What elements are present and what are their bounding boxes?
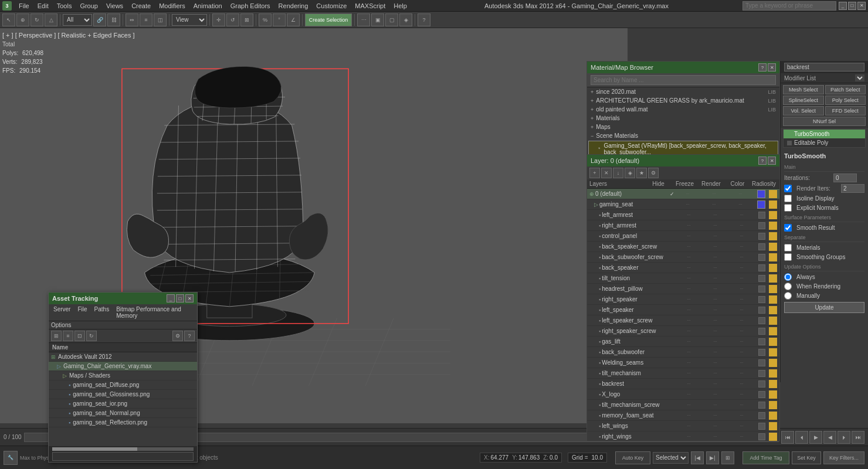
at-row-glossiness[interactable]: ▪ gaming_seat_Glossiness.png — [49, 390, 197, 399]
modifier-turbosmooth[interactable]: TurboSmooth — [784, 130, 865, 138]
menu-create[interactable]: Create — [128, 2, 154, 10]
key-type-select[interactable]: Selected — [653, 452, 689, 464]
at-file-tree[interactable]: ⊞ Autodesk Vault 2012 ▷ Gaming_Chair_Gen… — [49, 352, 197, 446]
menu-maxscript[interactable]: MAXScript — [351, 2, 389, 10]
mat-item-scene[interactable]: − Scene Materials — [587, 131, 779, 140]
patch-select-btn[interactable]: Patch Select — [825, 85, 866, 94]
layer-highlight-btn[interactable]: ★ — [636, 168, 647, 178]
layer-delete-btn[interactable]: ✕ — [601, 168, 612, 178]
layer-close-btn[interactable]: ✕ — [768, 157, 776, 165]
ffd-select-btn[interactable]: FFD Select — [825, 106, 866, 115]
mat-item-maps[interactable]: + Maps — [587, 123, 779, 131]
render-iters-checkbox[interactable] — [784, 185, 792, 192]
tb-snap2-btn[interactable]: ° — [273, 13, 286, 26]
layer-select-btn[interactable]: ◈ — [625, 168, 635, 178]
prev-frame-btn[interactable]: ⏴ — [795, 431, 808, 444]
layer-row-back_subwoofer_screw[interactable]: ▪ back_subwoofer_screw ··· ··· ··· — [587, 252, 779, 263]
mesh-select-btn[interactable]: Mesh Select — [783, 85, 824, 94]
at-maximize-btn[interactable]: □ — [176, 294, 184, 303]
layer-color-box[interactable] — [757, 200, 765, 209]
at-menu-file[interactable]: File — [75, 305, 89, 320]
next-frame-btn[interactable]: ⏵ — [838, 431, 850, 444]
menu-views[interactable]: Views — [103, 2, 127, 10]
layer-row-gaming-seat[interactable]: ▷ gaming_seat ··· ··· ··· — [587, 199, 779, 210]
play-btn[interactable]: ▶ — [809, 431, 822, 444]
tb-link-btn[interactable]: 🔗 — [93, 13, 106, 26]
layer-row-back_speaker_screw[interactable]: ▪ back_speaker_screw ··· ··· ··· — [587, 242, 779, 252]
menu-graph-editors[interactable]: Graph Editors — [227, 2, 274, 10]
layer-row-right_speaker_screw[interactable]: ▪ right_speaker_screw ··· ··· ··· — [587, 326, 779, 337]
menu-animation[interactable]: Animation — [190, 2, 226, 10]
nsurf-sel-btn[interactable]: NNurf Sel — [783, 117, 866, 126]
mat-help-btn[interactable]: ? — [758, 63, 767, 72]
at-row-diffuse[interactable]: ▪ gaming_seat_Diffuse.png — [49, 380, 197, 390]
object-name-input[interactable] — [784, 63, 864, 72]
spline-select-btn[interactable]: SplineSelect — [783, 96, 824, 105]
modifier-list-select[interactable]: ▼ — [855, 74, 864, 81]
at-grid-btn[interactable]: ⊞ — [51, 331, 62, 341]
tb-mirror-btn[interactable]: ⇔ — [126, 13, 138, 26]
at-menu-paths[interactable]: Paths — [92, 305, 112, 320]
layer-row-right_armrest[interactable]: ▪ right_armrest ··· ··· ··· — [587, 220, 779, 231]
open-minimax-btn[interactable]: ⊞ — [721, 451, 734, 464]
at-row-reflection[interactable]: ▪ gaming_seat_Reflection.png — [49, 418, 197, 427]
layer-row-headrest_pillow[interactable]: ▪ headrest_pillow ··· ··· ··· — [587, 284, 779, 294]
max-to-physac-btn[interactable]: 🔧 — [4, 451, 18, 465]
keyfilters-btn[interactable]: Key Filters... — [823, 451, 864, 464]
mat-item-since2020[interactable]: + since 2020.mat LIB — [587, 87, 779, 96]
minimize-button[interactable]: _ — [839, 2, 847, 10]
menu-modifiers[interactable]: Modifiers — [155, 2, 189, 10]
tb-rotate-btn[interactable]: ↻ — [30, 13, 43, 26]
close-button[interactable]: ✕ — [857, 2, 866, 10]
at-large-btn[interactable]: ⊡ — [74, 331, 85, 341]
when-rendering-radio[interactable] — [784, 283, 792, 290]
at-minimize-btn[interactable]: _ — [167, 294, 175, 303]
layer-new-btn[interactable]: + — [589, 168, 600, 178]
play-reverse-btn[interactable]: ◀ — [823, 431, 836, 444]
layer-color-box[interactable] — [757, 190, 765, 198]
tb-scale-btn[interactable]: △ — [45, 13, 57, 26]
material-search-input[interactable] — [591, 75, 776, 85]
at-help-btn[interactable]: ? — [184, 331, 195, 341]
layer-row-left_speaker[interactable]: ▪ left_speaker ··· ··· ··· — [587, 305, 779, 315]
menu-rendering[interactable]: Rendering — [275, 2, 312, 10]
layer-help-btn[interactable]: ? — [758, 157, 767, 165]
tb-render-btn[interactable]: ▣ — [371, 13, 384, 26]
menu-customize[interactable]: Customize — [313, 2, 350, 10]
always-radio[interactable] — [784, 273, 792, 281]
poly-select-btn[interactable]: Poly Select — [825, 96, 866, 105]
layer-row-right_wings[interactable]: ▪ right_wings ··· ··· ··· — [587, 431, 779, 441]
menu-help[interactable]: Help — [390, 2, 411, 10]
tb-move-btn[interactable]: ⊕ — [16, 13, 29, 26]
at-menu-server[interactable]: Server — [51, 305, 73, 320]
mat-item-materials[interactable]: + Materials — [587, 114, 779, 123]
layer-row-welding_seams[interactable]: ▪ Welding_seams ··· ··· ··· — [587, 358, 779, 368]
mat-item-oldwall[interactable]: + old painted wall.mat LIB — [587, 105, 779, 114]
layer-list[interactable]: ⊕ 0 (default) ✓ ··· ··· ··· ▷ gaming_sea… — [587, 189, 779, 441]
search-input[interactable] — [742, 1, 836, 11]
layer-row-back_subwoofer[interactable]: ▪ back_subwoofer ··· ··· ··· — [587, 347, 779, 358]
tb-render3-btn[interactable]: ◈ — [399, 13, 412, 26]
view-select[interactable]: View — [172, 14, 207, 26]
tb-move2-btn[interactable]: ✛ — [212, 13, 225, 26]
menu-tools[interactable]: Tools — [53, 2, 76, 10]
vol-select-btn[interactable]: Vol. Select — [783, 106, 824, 115]
at-row-max-file[interactable]: ▷ Gaming_Chair_Generic_vray.max — [49, 362, 197, 371]
layer-settings-btn[interactable]: ⚙ — [648, 168, 659, 178]
materials-checkbox[interactable] — [784, 244, 792, 252]
mat-item-arch[interactable]: + ARCHITECTURAL GREEN GRASS by ark_mauri… — [587, 96, 779, 105]
tb-layer-btn[interactable]: ◫ — [154, 13, 167, 26]
layer-row-control_panel[interactable]: ▪ control_panel ··· ··· ··· — [587, 231, 779, 242]
goto-end-btn[interactable]: ⏭ — [852, 431, 864, 444]
smooth-result-checkbox[interactable] — [784, 224, 792, 232]
goto-start-btn[interactable]: ⏮ — [781, 431, 794, 444]
at-row-normal[interactable]: ▪ gaming_seat_Normal.png — [49, 409, 197, 418]
update-button[interactable]: Update — [784, 302, 864, 313]
setkey-btn[interactable]: Set Key — [792, 451, 821, 464]
at-menu-bitmap[interactable]: Bitmap Performance and Memory — [114, 305, 195, 320]
layer-row-tilt_mechanism[interactable]: ▪ tilt_mechanism ··· ··· ··· — [587, 368, 779, 379]
tb-align-btn[interactable]: ≡ — [140, 13, 152, 26]
tb-undo-btn[interactable]: Create Selection — [305, 13, 352, 26]
autokey-btn[interactable]: Auto Key — [615, 451, 650, 464]
mat-close-btn[interactable]: ✕ — [768, 63, 776, 72]
